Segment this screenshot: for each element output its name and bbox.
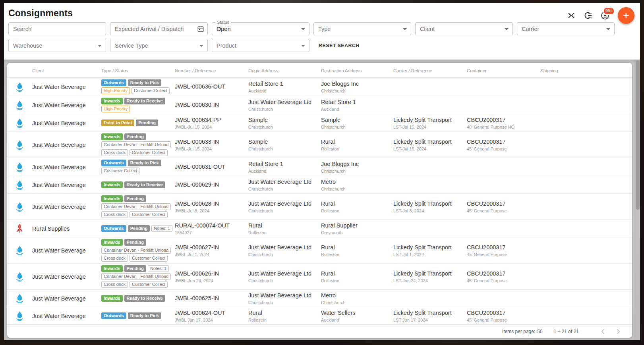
- carrier-reference: Lickedy Split TransportLST-Jul 8, 2024: [393, 200, 467, 213]
- status-tag: Inwards: [101, 239, 123, 246]
- client-name: Just Water Beverage: [32, 313, 101, 319]
- number-reference: JWBL-000634-PPJWBL-Jul 15, 2024: [175, 116, 248, 129]
- number-reference: JWBL-000625-IN: [175, 295, 248, 302]
- status-tag: Outwards: [101, 225, 126, 232]
- table-area: ClientType / StatusNumber / ReferenceOri…: [4, 60, 640, 340]
- status-tag: Pending: [124, 133, 146, 140]
- add-consignment-button[interactable]: +: [618, 7, 634, 24]
- filter-row-2: WarehouseService TypeProductRESET SEARCH: [8, 39, 635, 52]
- status-tag: Customer Collect: [130, 211, 168, 218]
- table-scrollbar[interactable]: [634, 60, 640, 340]
- expected-arrival-dispatch-input[interactable]: Expected Arrival / Dispatch: [110, 22, 208, 35]
- field-value: Client: [420, 26, 435, 32]
- type-status-tags: OutwardsReady to PickHigh PriorityCustom…: [101, 79, 175, 94]
- client-name: Just Water Beverage: [32, 142, 101, 148]
- reset-search-button[interactable]: RESET SEARCH: [319, 43, 360, 48]
- destination-address: MetroChristchurch: [321, 292, 393, 305]
- status-tag: Pending: [136, 119, 158, 126]
- status-tag: Pending: [128, 225, 150, 232]
- type-select[interactable]: Type: [313, 22, 411, 35]
- destination-address: SampleChristchurch: [321, 116, 393, 129]
- client-name: Just Water Beverage: [32, 295, 101, 302]
- filter-row-1: SearchExpected Arrival / DispatchStatusO…: [8, 22, 635, 35]
- field-value: Warehouse: [13, 42, 43, 49]
- destination-address: Water SellersAuckland: [321, 309, 393, 322]
- status-tag: Ready to Receive: [124, 98, 165, 104]
- table-row[interactable]: Just Water BeveragePoint to PointPending…: [7, 114, 632, 132]
- origin-address: Retail Store 1Auckland: [248, 160, 321, 173]
- table-row[interactable]: Just Water BeverageInwardsPendingNotes: …: [7, 264, 632, 290]
- chevron-down-icon: [403, 28, 407, 30]
- scrollbar-thumb[interactable]: [636, 60, 640, 210]
- client-name: Just Water Beverage: [32, 274, 101, 280]
- audit-list-icon[interactable]: [584, 11, 592, 20]
- collapse-panel-icon[interactable]: [567, 11, 576, 20]
- status-tag: Container Devan - Forklift Unload: [101, 273, 171, 280]
- column-header-type-status: Type / Status: [101, 68, 175, 73]
- table-row[interactable]: Just Water BeverageOutwardsReady to Pick…: [7, 158, 632, 176]
- warehouse-select[interactable]: Warehouse: [8, 39, 106, 52]
- client-name: Just Water Beverage: [32, 120, 101, 126]
- next-page-button[interactable]: [611, 327, 626, 336]
- column-header-origin-address: Origin Address: [248, 68, 321, 73]
- status-tag: Inwards: [101, 295, 123, 302]
- table-row[interactable]: Just Water BeverageInwardsReady to Recei…: [7, 290, 632, 307]
- table-row[interactable]: Just Water BeverageOutwardsReady to Pick…: [7, 307, 632, 325]
- chevron-down-icon: [301, 28, 305, 30]
- chevron-down-icon: [199, 45, 203, 47]
- type-status-tags: InwardsPendingContainer Devan - Forklift…: [101, 195, 175, 218]
- field-label: Status: [215, 20, 231, 25]
- status-select[interactable]: StatusOpen: [212, 22, 309, 35]
- paginator: Items per page: 50 1 – 21 of 21: [7, 325, 632, 338]
- status-tag: Pending: [124, 265, 146, 272]
- table-row[interactable]: Just Water BeverageInwardsReady to Recei…: [7, 96, 632, 114]
- container: CBCU200031745' General Purpose: [467, 244, 540, 257]
- carrier-select[interactable]: Carrier: [517, 22, 615, 35]
- client-name: Just Water Beverage: [32, 182, 101, 188]
- origin-address: Just Water Beverage LtdChristchurch: [248, 98, 321, 112]
- number-reference: JWBL-000633-INJWBL-Jul 15, 2024: [175, 138, 248, 151]
- table-row[interactable]: Rural SuppliesOutwardsPendingNotes: 1RUR…: [7, 220, 632, 237]
- items-per-page-select[interactable]: 50: [537, 329, 542, 334]
- table-row[interactable]: Just Water BeverageInwardsPendingContain…: [7, 194, 632, 220]
- status-tag: Customer Collect: [130, 149, 168, 156]
- type-status-tags: Point to PointPending: [101, 119, 175, 126]
- table-row[interactable]: Just Water BeverageInwardsPendingContain…: [7, 237, 632, 264]
- notification-badge: 99+: [603, 7, 615, 15]
- table-row[interactable]: Just Water BeverageOutwardsReady to Pick…: [7, 78, 632, 96]
- field-value: Service Type: [115, 42, 148, 49]
- status-tag: Customer Collect: [130, 281, 168, 288]
- status-tag: Notes: 1: [148, 265, 169, 272]
- status-tag: Container Devan - Forklift Unload: [101, 247, 171, 254]
- status-tag: Outwards: [101, 79, 126, 86]
- status-tag: Ready to Pick: [128, 160, 161, 166]
- table-header-row: ClientType / StatusNumber / ReferenceOri…: [7, 63, 632, 78]
- service-type-select[interactable]: Service Type: [110, 39, 208, 52]
- column-header-container: Container: [467, 68, 540, 73]
- container: CBCU200031740' General Purpose HC: [467, 116, 540, 129]
- table-row[interactable]: Just Water BeverageInwardsPendingContain…: [7, 132, 632, 158]
- chevron-down-icon: [98, 45, 102, 47]
- type-status-tags: InwardsPendingNotes: 1Container Devan - …: [101, 265, 175, 288]
- search-input[interactable]: Search: [8, 22, 106, 35]
- number-reference: JWBL-000624-OUTJWBL Jun 17, 2024: [175, 309, 248, 322]
- container: CBCU200031745' General Purpose: [467, 200, 540, 213]
- field-value: Open: [217, 26, 230, 32]
- origin-address: SampleChristchurch: [248, 116, 321, 129]
- previous-page-button[interactable]: [596, 327, 611, 336]
- field-value: Search: [13, 26, 31, 32]
- status-tag: Cross dock: [101, 281, 128, 288]
- number-reference: JWBL-000628-INJWBL-Jul 8, 2024: [175, 200, 248, 213]
- water-drop-icon: [7, 201, 32, 212]
- carrier-reference: Lickedy Split TransportLST Jun 17, 2024: [393, 309, 467, 322]
- product-select[interactable]: Product: [212, 39, 309, 52]
- container: CBCU200031745' General Purpose: [467, 309, 540, 322]
- download-icon[interactable]: 99+: [600, 11, 610, 20]
- status-tag: Inwards: [101, 133, 123, 140]
- type-status-tags: OutwardsReady to PickCustomer Collect: [101, 160, 175, 174]
- chevron-down-icon: [606, 28, 610, 30]
- field-value: Carrier: [522, 26, 539, 32]
- container: CBCU200031745' General Purpose: [467, 270, 540, 283]
- client-select[interactable]: Client: [415, 22, 513, 35]
- table-row[interactable]: Just Water BeverageInwardsReady to Recei…: [7, 176, 632, 194]
